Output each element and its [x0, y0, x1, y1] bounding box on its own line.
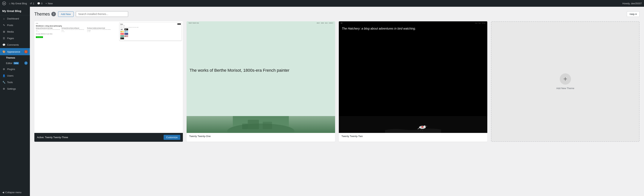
plugins-icon: ⚙	[2, 68, 6, 71]
editor-beta-badge: beta	[14, 62, 19, 64]
revisions-icon: ↺	[30, 2, 32, 5]
editor-badge: 2	[24, 61, 28, 65]
site-name-label: My Great Blog	[12, 2, 27, 5]
sidebar-item-settings[interactable]: ⚙ Settings	[0, 85, 30, 92]
theme-info-tt21: Twenty Twenty-One	[186, 133, 335, 139]
revisions-link[interactable]: ↺ 1	[30, 2, 34, 5]
sidebar-item-users[interactable]: 👤 Users	[0, 72, 30, 79]
settings-icon: ⚙	[2, 87, 6, 90]
theme-card-tt23[interactable]: FYS AboutBooksAll Posts Styles default B…	[34, 21, 183, 142]
new-label: New	[48, 2, 53, 5]
themes-grid: FYS AboutBooksAll Posts Styles default B…	[34, 21, 640, 142]
active-label: Active: Twenty Twenty-Three	[37, 136, 68, 139]
add-new-theme-button[interactable]: Add New	[58, 12, 74, 17]
sidebar-label-users: Users	[7, 74, 14, 77]
add-new-theme-label: Add New Theme	[556, 87, 574, 90]
help-label: Help	[630, 13, 635, 16]
sidebar-item-pages[interactable]: ☰ Pages	[0, 35, 30, 42]
sidebar-item-tools[interactable]: 🔧 Tools	[0, 79, 30, 85]
pages-icon: ☰	[2, 37, 6, 40]
search-themes-input[interactable]	[76, 11, 128, 17]
sidebar-label-dashboard: Dashboard	[7, 17, 19, 20]
sidebar-label-pages: Pages	[7, 37, 14, 40]
editor-sub-label: Editor	[6, 62, 12, 65]
plus-icon: +	[46, 2, 47, 5]
sidebar-label-comments: Comments	[7, 43, 19, 46]
sidebar-label-appearance: Appearance	[7, 50, 20, 53]
help-button[interactable]: Help ▾	[627, 12, 640, 17]
revisions-count: 1	[33, 2, 34, 5]
theme-card-tt22[interactable]: O/O AboutBirdsAll Posts The Hatchery: a …	[339, 21, 487, 142]
sidebar-item-dashboard[interactable]: ⌂ Dashboard	[0, 15, 30, 22]
sidebar-item-posts[interactable]: ✎ Posts	[0, 22, 30, 29]
sidebar-label-posts: Posts	[7, 24, 13, 27]
theme-screenshot-tt23: FYS AboutBooksAll Posts Styles default B…	[34, 21, 183, 133]
posts-icon: ✎	[2, 24, 6, 27]
themes-count-badge: 3	[51, 12, 56, 16]
theme-screenshot-tt22: O/O AboutBirdsAll Posts The Hatchery: a …	[339, 21, 487, 133]
new-content-link[interactable]: + New	[46, 2, 53, 5]
comments-link[interactable]: 💬 0	[37, 2, 42, 5]
sidebar-label-plugins: Plugins	[7, 68, 15, 71]
svg-point-9	[424, 125, 426, 127]
theme-screenshot-tt21: TWENTY TWENTY-ONE ABOUTWORKBLOGCONTACT T…	[186, 21, 335, 133]
user-greeting[interactable]: Howdy, dee35007	[622, 2, 642, 5]
add-new-theme-card[interactable]: + Add New Theme	[491, 21, 640, 142]
sidebar-item-comments[interactable]: 💬 Comments	[0, 42, 30, 48]
help-chevron-icon: ▾	[636, 13, 637, 16]
themes-sub-label: Themes	[6, 56, 15, 59]
sidebar-item-media[interactable]: ⊞ Media	[0, 29, 30, 35]
theme-name-tt21: Twenty Twenty-One	[189, 135, 211, 138]
customize-button[interactable]: Customize	[164, 135, 180, 140]
themes-header: Themes 3 Add New Help ▾	[34, 11, 640, 17]
collapse-arrow-icon: ◀	[2, 191, 4, 194]
comments-nav-icon: 💬	[2, 43, 6, 46]
add-theme-plus-icon: +	[560, 73, 571, 85]
dashboard-icon: ⌂	[2, 17, 6, 20]
theme-info-tt22: Twenty Twenty-Two	[339, 133, 487, 139]
tools-icon: 🔧	[2, 81, 6, 84]
svg-point-10	[421, 126, 424, 128]
svg-rect-5	[263, 122, 272, 129]
comments-icon: 💬	[37, 2, 40, 5]
site-icon: ⌂	[9, 2, 10, 5]
admin-bar-right: Howdy, dee35007	[622, 2, 642, 5]
svg-rect-6	[242, 124, 248, 129]
wp-logo-link[interactable]: W	[2, 2, 6, 5]
theme-name-tt22: Twenty Twenty-Two	[342, 135, 363, 138]
theme-card-tt21[interactable]: TWENTY TWENTY-ONE ABOUTWORKBLOGCONTACT T…	[186, 21, 335, 142]
sidebar-sub-themes[interactable]: Themes	[0, 55, 30, 60]
comments-count: 0	[41, 2, 42, 5]
sidebar-label-tools: Tools	[7, 81, 13, 84]
collapse-menu-label: Collapse menu	[5, 191, 22, 194]
sidebar: My Great Blog ⌂ Dashboard ✎ Posts ⊞ Medi…	[0, 7, 30, 196]
sidebar-item-plugins[interactable]: ⚙ Plugins	[0, 66, 30, 72]
themes-page-title: Themes 3	[34, 12, 56, 17]
svg-rect-4	[248, 120, 259, 129]
sidebar-sub-editor[interactable]: Editor beta 2	[0, 60, 30, 66]
sidebar-label-media: Media	[7, 30, 14, 33]
admin-bar: W ⌂ My Great Blog ↺ 1 💬 0 + New Howdy, d…	[0, 0, 644, 7]
appearance-icon: 🎨	[2, 50, 6, 53]
site-name-link[interactable]: ⌂ My Great Blog	[9, 2, 27, 5]
media-icon: ⊞	[2, 30, 6, 33]
svg-text:W: W	[3, 3, 5, 5]
sidebar-label-settings: Settings	[7, 87, 16, 90]
sidebar-item-appearance[interactable]: 🎨 Appearance 1	[0, 48, 30, 55]
users-icon: 👤	[2, 74, 6, 77]
appearance-badge: 1	[24, 50, 28, 53]
theme-active-bar-tt23: Active: Twenty Twenty-Three Customize	[34, 133, 183, 142]
collapse-menu-button[interactable]: ◀ Collapse menu	[0, 189, 30, 196]
main-content: Themes 3 Add New Help ▾ FYS AboutBooksAl…	[30, 7, 644, 196]
sidebar-brand: My Great Blog	[0, 7, 30, 15]
